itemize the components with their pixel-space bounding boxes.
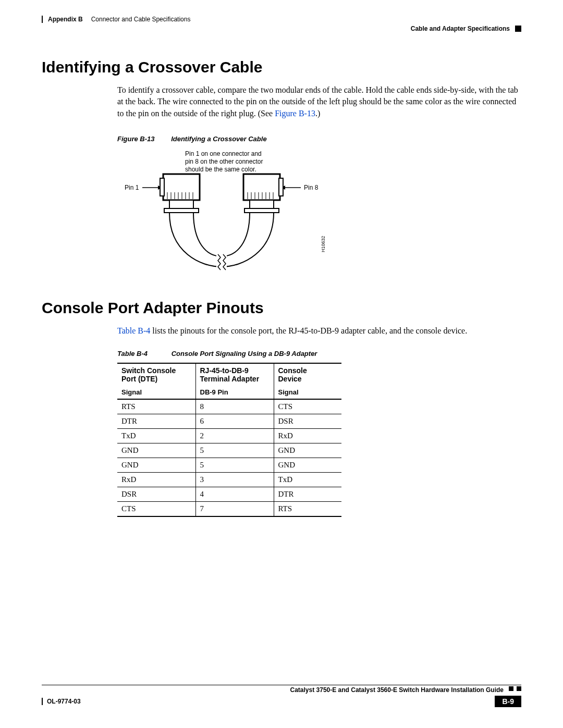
col2-bot: Terminal Adapter: [200, 375, 260, 383]
svg-rect-16: [164, 208, 199, 213]
crossover-diagram-icon: Pin 1 on one connector and pin 8 on the …: [117, 148, 378, 273]
svg-rect-18: [279, 178, 283, 196]
footer-guide-title: Catalyst 3750-E and Catalyst 3560-E Swit…: [290, 686, 504, 694]
figure-caption: Figure B-13 Identifying a Crossover Cabl…: [117, 135, 521, 143]
appendix-label: Appendix B: [48, 16, 83, 23]
table-title: Console Port Signaling Using a DB-9 Adap…: [172, 350, 317, 357]
header-rule-icon: [42, 16, 43, 23]
footer-doc-number: OL-9774-03: [47, 698, 81, 705]
figure-crossover-cable: Pin 1 on one connector and pin 8 on the …: [117, 148, 521, 273]
figure-number: Figure B-13: [117, 135, 155, 143]
table-row: DTR6DSR: [117, 414, 341, 428]
table-row: GND5GND: [117, 458, 341, 472]
table-xref[interactable]: Table B-4: [117, 326, 150, 335]
right-connector-icon: [243, 174, 283, 213]
table-header-row1: Switch ConsolePort (DTE) RJ-45-to-DB-9Te…: [117, 363, 341, 386]
svg-rect-4: [163, 174, 200, 200]
table-row: GND5GND: [117, 443, 341, 458]
para2-rest: lists the pinouts for the console port, …: [150, 326, 467, 335]
heading-console-pinouts: Console Port Adapter Pinouts: [42, 299, 521, 317]
page-footer: Catalyst 3750-E and Catalyst 3560-E Swit…: [42, 685, 521, 707]
col1-bot: Port (DTE): [121, 375, 157, 383]
paragraph-crossover: To identify a crossover cable, compare t…: [117, 84, 521, 119]
section-label: Cable and Adapter Specifications: [411, 25, 510, 32]
fig-note-2: pin 8 on the other connector: [185, 158, 263, 165]
svg-rect-5: [160, 178, 164, 196]
svg-rect-17: [243, 174, 280, 200]
table-number: Table B-4: [117, 350, 148, 357]
figure-id: H10632: [321, 236, 326, 253]
table-caption: Table B-4 Console Port Signaling Using a…: [117, 350, 521, 357]
sub2: DB-9 Pin: [195, 386, 274, 399]
sub3: Signal: [274, 386, 341, 399]
figure-title: Identifying a Crossover Cable: [171, 135, 267, 143]
footer-dot-icon: [517, 686, 521, 691]
table-row: DSR4DTR: [117, 487, 341, 501]
table-row: TxD2RxD: [117, 428, 341, 443]
cable-loop-icon: [169, 213, 274, 270]
pinout-table: Switch ConsolePort (DTE) RJ-45-to-DB-9Te…: [117, 363, 341, 517]
col1-top: Switch Console: [121, 366, 176, 375]
pin1-label: Pin 1: [125, 184, 139, 191]
para-text-b: .): [315, 109, 320, 118]
table-header-row2: Signal DB-9 Pin Signal: [117, 386, 341, 399]
col2-top: RJ-45-to-DB-9: [200, 366, 249, 375]
figure-xref[interactable]: Figure B-13: [275, 109, 315, 118]
table-row: RxD3TxD: [117, 472, 341, 487]
heading-crossover: Identifying a Crossover Cable: [42, 58, 521, 76]
footer-dot-icon: [509, 686, 513, 691]
svg-rect-28: [244, 208, 279, 213]
fig-note-3: should be the same color.: [185, 166, 256, 173]
footer-rule-icon: [42, 698, 43, 705]
running-header-right: Cable and Adapter Specifications: [42, 25, 521, 32]
header-square-icon: [515, 26, 521, 32]
paragraph-console: Table B-4 lists the pinouts for the cons…: [117, 325, 521, 337]
sub1: Signal: [117, 386, 195, 399]
left-connector-icon: [160, 174, 200, 213]
table-row: CTS7RTS: [117, 501, 341, 516]
pin8-label: Pin 8: [304, 184, 319, 191]
page-number-badge: B-9: [495, 696, 521, 707]
running-header-top: Appendix B Connector and Cable Specifica…: [42, 16, 521, 23]
fig-note-1: Pin 1 on one connector and: [185, 150, 262, 157]
col3-bot: Device: [278, 375, 302, 383]
appendix-title: Connector and Cable Specifications: [91, 16, 191, 23]
table-row: RTS8CTS: [117, 399, 341, 414]
col3-top: Console: [278, 366, 307, 375]
